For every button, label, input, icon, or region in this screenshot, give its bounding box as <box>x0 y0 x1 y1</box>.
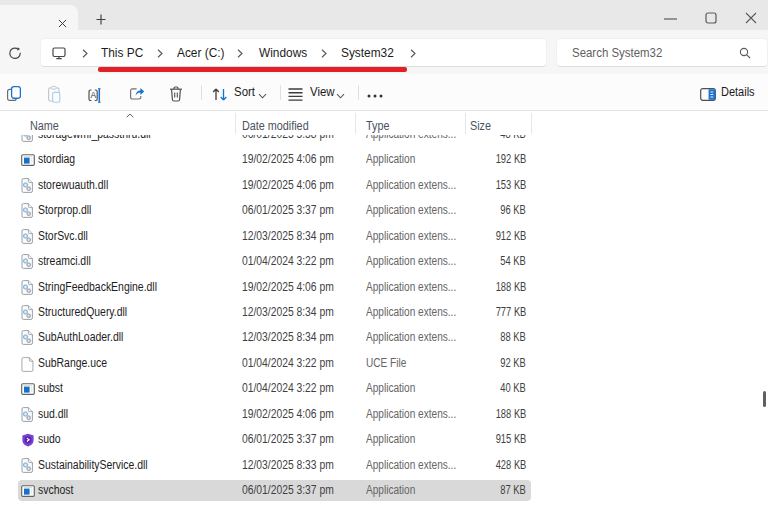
svg-text:A: A <box>90 90 96 100</box>
